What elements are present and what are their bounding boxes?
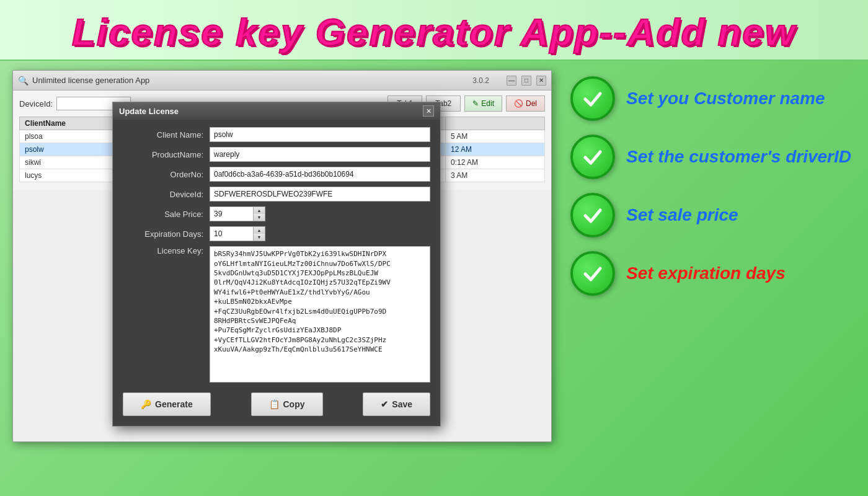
dialog-device-id-row: DeviceId: (123, 187, 430, 202)
app-window-wrapper: 🔍 Unlimited license generation App 3.0.2… (12, 70, 552, 485)
dialog-title: Update License (119, 107, 179, 116)
copy-icon: 📋 (269, 399, 280, 409)
main-layout: 🔍 Unlimited license generation App 3.0.2… (0, 61, 868, 492)
info-text-1: Set the customer's driverID (626, 147, 851, 167)
info-item-1: Set the customer's driverID (570, 135, 856, 179)
cell-time: 5 AM (446, 130, 545, 143)
product-name-row: ProductName: (123, 147, 430, 162)
restore-button[interactable]: □ (521, 76, 531, 86)
del-label: Del (526, 99, 537, 108)
save-label: Save (392, 399, 412, 409)
expiration-days-row: Expiration Days: ▲ ▼ (123, 226, 430, 241)
check-circle-1 (570, 135, 615, 179)
cell-time: 3 AM (446, 169, 545, 182)
check-circle-0 (570, 76, 615, 121)
info-item-2: Set sale price (570, 193, 856, 237)
sale-price-spinner: ▲ ▼ (210, 206, 430, 221)
info-panel: Set you Customer name Set the customer's… (564, 70, 856, 485)
generate-icon: 🔑 (141, 399, 151, 409)
info-text-3: Set expiration days (626, 264, 786, 283)
client-name-row: Client Name: (123, 127, 430, 142)
app-titlebar: 🔍 Unlimited license generation App 3.0.2… (13, 71, 551, 91)
close-button[interactable]: ✕ (536, 76, 546, 86)
check-circle-3 (570, 251, 615, 296)
save-icon: ✔ (381, 399, 388, 409)
sale-price-down[interactable]: ▼ (254, 214, 265, 221)
generate-button[interactable]: 🔑 Generate (123, 392, 211, 416)
dialog-device-id-input[interactable] (210, 187, 430, 202)
del-icon: 🚫 (514, 99, 523, 108)
sale-price-up[interactable]: ▲ (254, 207, 265, 214)
expiration-days-label: Expiration Days: (123, 229, 210, 239)
update-license-dialog: Update License ✕ Client Name: ProductNam… (112, 102, 441, 427)
col-time (446, 117, 545, 130)
dialog-close-button[interactable]: ✕ (423, 105, 434, 117)
expiration-days-spinner: ▲ ▼ (210, 226, 430, 241)
expiration-days-input[interactable] (210, 226, 253, 241)
info-item-3: Set expiration days (570, 251, 856, 296)
edit-label: Edit (481, 99, 494, 108)
copy-button[interactable]: 📋 Copy (251, 392, 323, 416)
dialog-device-id-label: DeviceId: (123, 190, 210, 199)
client-name-input[interactable] (210, 127, 430, 142)
expiration-days-up[interactable]: ▲ (254, 227, 265, 234)
dialog-titlebar: Update License ✕ (113, 102, 440, 120)
check-circle-2 (570, 193, 615, 237)
sale-price-label: Sale Price: (123, 210, 210, 219)
app-title: Unlimited license generation App (32, 76, 149, 85)
order-no-label: OrderNo: (123, 170, 210, 179)
save-button[interactable]: ✔ Save (363, 392, 430, 416)
cell-time: 12 AM (446, 143, 545, 156)
license-key-label: License Key: (123, 246, 210, 255)
order-no-input[interactable] (210, 167, 430, 182)
order-no-row: OrderNo: (123, 167, 430, 182)
app-titlebar-right: 3.0.2 — □ ✕ (472, 76, 546, 86)
generate-label: Generate (155, 399, 193, 409)
info-text-0: Set you Customer name (626, 89, 825, 108)
minimize-button[interactable]: — (507, 76, 516, 86)
info-text-2: Set sale price (626, 205, 738, 225)
dialog-actions: 🔑 Generate 📋 Copy ✔ Save (123, 388, 430, 418)
license-key-row: License Key: bRSRy34hmVJ5UwKPPrVg0TbK2yi… (123, 246, 430, 383)
product-name-label: ProductName: (123, 150, 210, 159)
app-icon: 🔍 (18, 76, 29, 86)
expiration-days-down[interactable]: ▼ (254, 234, 265, 241)
app-window: 🔍 Unlimited license generation App 3.0.2… (12, 70, 552, 442)
sale-price-input[interactable] (210, 206, 253, 221)
license-key-textarea[interactable]: bRSRy34hmVJ5UwKPPrVg0TbK2yi639lkwSDHINrD… (210, 246, 430, 383)
app-version: 3.0.2 (472, 76, 489, 85)
product-name-input[interactable] (210, 147, 430, 162)
header-title: License key Generator App--Add new (0, 11, 868, 53)
device-id-label: DeviceId: (19, 99, 53, 108)
expiration-days-spin-buttons: ▲ ▼ (253, 226, 265, 241)
sale-price-row: Sale Price: ▲ ▼ (123, 206, 430, 221)
del-button[interactable]: 🚫 Del (506, 95, 545, 112)
app-titlebar-left: 🔍 Unlimited license generation App (18, 76, 149, 86)
dialog-body: Client Name: ProductName: OrderNo: (113, 120, 440, 426)
copy-label: Copy (283, 399, 305, 409)
edit-icon: ✎ (472, 99, 479, 108)
info-item-0: Set you Customer name (570, 76, 856, 121)
header: License key Generator App--Add new (0, 0, 868, 61)
client-name-label: Client Name: (123, 130, 210, 140)
cell-time: 0:12 AM (446, 156, 545, 169)
edit-button[interactable]: ✎ Edit (464, 95, 502, 112)
sale-price-spin-buttons: ▲ ▼ (253, 206, 265, 221)
